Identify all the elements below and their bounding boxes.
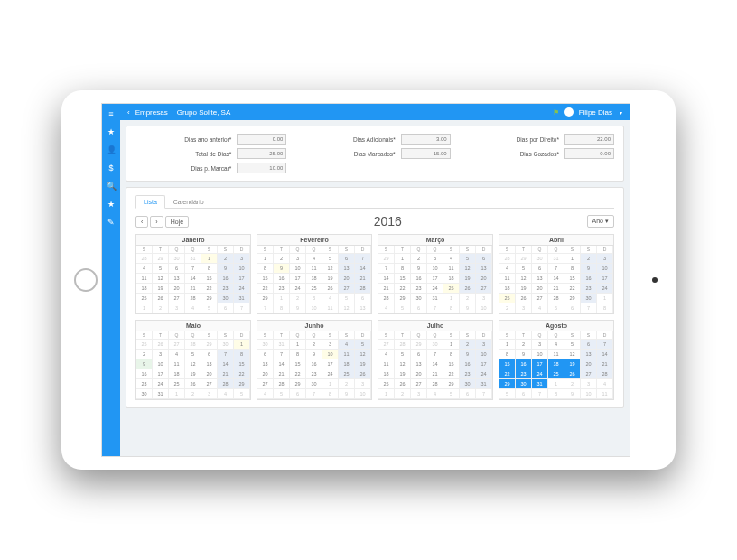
day-cell[interactable]: 24 [532,369,548,379]
day-cell[interactable]: 11 [548,350,564,359]
day-cell[interactable]: 29 [234,379,250,389]
user-name[interactable]: Filipe Dias [579,108,612,117]
day-cell[interactable]: 2 [290,294,306,303]
day-cell[interactable]: 5 [274,389,290,399]
day-cell[interactable]: 2 [499,303,516,313]
day-cell[interactable]: 19 [355,359,371,369]
day-cell[interactable]: 2 [153,303,169,313]
day-cell[interactable]: 29 [411,340,427,350]
day-cell[interactable]: 27 [476,284,492,294]
day-cell[interactable]: 11 [306,264,322,274]
day-cell[interactable]: 5 [564,340,581,350]
day-cell[interactable]: 26 [564,369,581,379]
day-cell[interactable]: 10 [355,389,371,399]
day-cell[interactable]: 15 [290,359,306,369]
day-cell[interactable]: 9 [306,350,322,359]
day-cell[interactable]: 8 [395,264,411,274]
day-cell[interactable]: 1 [290,340,306,350]
day-cell[interactable]: 6 [581,340,597,350]
day-cell[interactable]: 17 [290,274,306,284]
user-icon[interactable]: 👤 [107,145,116,154]
day-cell[interactable]: 14 [218,359,234,369]
day-cell[interactable]: 2 [218,254,234,264]
day-cell[interactable]: 24 [476,369,492,379]
day-cell[interactable]: 4 [378,303,395,313]
day-cell[interactable]: 31 [153,389,169,399]
day-cell[interactable]: 4 [136,264,153,274]
day-cell[interactable]: 19 [564,359,581,369]
day-cell[interactable]: 21 [185,284,201,294]
day-cell[interactable]: 4 [532,303,548,313]
today-button[interactable]: Hoje [165,216,189,228]
day-cell[interactable]: 5 [499,389,516,399]
day-cell[interactable]: 17 [597,274,613,284]
prev-button[interactable]: ‹ [135,216,148,228]
day-cell[interactable]: 10 [234,264,250,274]
day-cell[interactable]: 8 [201,264,218,274]
day-cell[interactable]: 6 [476,254,492,264]
day-cell[interactable]: 7 [185,264,201,274]
day-cell[interactable]: 4 [322,294,339,303]
day-cell[interactable]: 29 [201,340,218,350]
day-cell[interactable]: 8 [597,303,613,313]
day-cell[interactable]: 15 [499,359,516,369]
day-cell[interactable]: 4 [427,389,443,399]
day-cell[interactable]: 1 [395,254,411,264]
day-cell[interactable]: 5 [185,350,201,359]
day-cell[interactable]: 12 [460,264,476,274]
day-cell[interactable]: 31 [548,254,564,264]
day-cell[interactable]: 25 [443,284,460,294]
day-cell[interactable]: 29 [499,379,516,389]
day-cell[interactable]: 21 [218,369,234,379]
day-cell[interactable]: 13 [355,303,371,313]
day-cell[interactable]: 17 [234,274,250,284]
day-cell[interactable]: 2 [136,350,153,359]
starred-icon[interactable]: ★ [107,200,116,209]
day-cell[interactable]: 22 [443,369,460,379]
day-cell[interactable]: 9 [581,264,597,274]
day-cell[interactable]: 25 [378,379,395,389]
day-cell[interactable]: 25 [136,340,153,350]
day-cell[interactable]: 30 [516,379,532,389]
avatar[interactable] [564,107,574,117]
day-cell[interactable]: 3 [597,254,613,264]
day-cell[interactable]: 7 [532,389,548,399]
day-cell[interactable]: 27 [169,294,185,303]
day-cell[interactable]: 18 [306,274,322,284]
day-cell[interactable]: 3 [234,254,250,264]
day-cell[interactable]: 31 [274,340,290,350]
day-cell[interactable]: 28 [185,340,201,350]
day-cell[interactable]: 12 [185,359,201,369]
day-cell[interactable]: 26 [185,379,201,389]
day-cell[interactable]: 3 [476,294,492,303]
day-cell[interactable]: 18 [499,284,516,294]
day-cell[interactable]: 1 [322,379,339,389]
day-cell[interactable]: 7 [378,264,395,274]
day-cell[interactable]: 23 [218,284,234,294]
day-cell[interactable]: 7 [257,303,274,313]
day-cell[interactable]: 28 [136,254,153,264]
day-cell[interactable]: 2 [411,254,427,264]
field-input[interactable] [564,148,614,159]
day-cell[interactable]: 25 [169,379,185,389]
day-cell[interactable]: 27 [169,340,185,350]
breadcrumb-label[interactable]: Empresas [135,108,168,117]
day-cell[interactable]: 9 [218,264,234,274]
day-cell[interactable]: 1 [234,340,250,350]
day-cell[interactable]: 25 [499,294,516,303]
day-cell[interactable]: 22 [257,284,274,294]
day-cell[interactable]: 8 [548,389,564,399]
day-cell[interactable]: 6 [460,389,476,399]
day-cell[interactable]: 18 [339,359,355,369]
day-cell[interactable]: 9 [290,303,306,313]
day-cell[interactable]: 3 [581,379,597,389]
day-cell[interactable]: 14 [597,350,613,359]
field-input[interactable] [237,148,286,159]
day-cell[interactable]: 29 [153,254,169,264]
day-cell[interactable]: 6 [355,294,371,303]
day-cell[interactable]: 2 [395,389,411,399]
day-cell[interactable]: 9 [339,389,355,399]
day-cell[interactable]: 5 [234,389,250,399]
day-cell[interactable]: 25 [548,369,564,379]
day-cell[interactable]: 19 [460,274,476,284]
